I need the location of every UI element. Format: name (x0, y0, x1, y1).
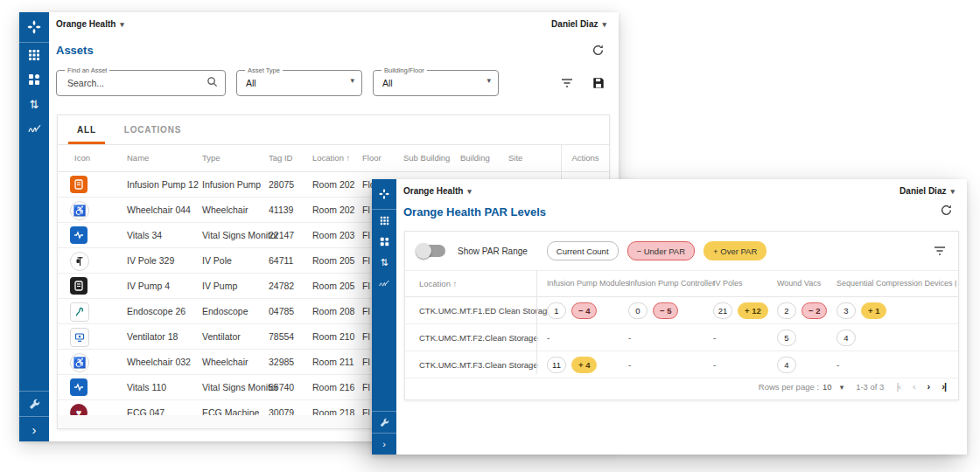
desktop: ⇅ › Orange Health▾ Daniel Diaz▾ Assets F… (0, 0, 980, 472)
col-infusion-pump-modules[interactable]: Infusion Pump Modules (547, 271, 629, 296)
par-row[interactable]: CTK.UMC.MT.F1.ED Clean Storage 1− 4 0− 5… (405, 297, 958, 324)
asset-categories-icon[interactable] (372, 231, 396, 252)
count-badge: 5 (777, 330, 796, 346)
search-icon[interactable] (206, 76, 218, 87)
par-location: CTK.UMC.MT.F2.Clean Storage (419, 324, 538, 351)
under-par-badge: − 4 (571, 302, 597, 319)
show-par-range-toggle[interactable] (417, 245, 445, 257)
rows-per-page[interactable]: Rows per page : 10 ▾ (759, 382, 844, 392)
next-page-icon[interactable]: › (928, 382, 930, 392)
expand-sidebar-icon[interactable]: › (372, 434, 396, 455)
par-controls: Show PAR Range Current Count − Under PAR… (405, 232, 958, 270)
col-scds[interactable]: Sequential Compression Devices (SCDs) (836, 271, 956, 296)
asset-type: Vital Signs Monitor (202, 375, 278, 399)
filter-icon[interactable] (934, 246, 946, 256)
col-building[interactable]: Building (460, 145, 490, 171)
col-location[interactable]: Location ↑ (419, 271, 457, 296)
swap-vertical-icon[interactable]: ⇅ (372, 252, 396, 273)
asset-floor: Fl (362, 350, 370, 374)
asset-tag: 22147 (269, 223, 294, 247)
asset-type: IV Pump (202, 274, 237, 298)
wrench-icon[interactable] (372, 412, 396, 433)
over-par-badge: + 4 (571, 357, 597, 373)
asset-location: Room 203 (312, 223, 354, 247)
col-tag-id[interactable]: Tag ID (269, 145, 292, 171)
save-icon[interactable] (592, 77, 605, 89)
col-sub-building[interactable]: Sub Building (403, 145, 450, 171)
over-par-badge: + 12 (738, 302, 768, 319)
chevron-down-icon: ▾ (120, 20, 124, 29)
count-badge: 0 (628, 302, 648, 319)
col-infusion-pump-controller[interactable]: Infusion Pump Controller (628, 271, 715, 296)
asset-tag: 64711 (269, 248, 293, 273)
asset-type: Ventilator (202, 324, 241, 349)
signature-icon[interactable] (19, 116, 49, 141)
nav-sidebar: ⇅ › (372, 179, 396, 455)
wheelchair-icon: ♿ (70, 201, 89, 220)
asset-floor: Fl (362, 299, 370, 323)
under-par-chip[interactable]: − Under PAR (627, 241, 696, 260)
current-count-chip[interactable]: Current Count (547, 241, 619, 260)
user-menu[interactable]: Daniel Diaz▾ (900, 186, 955, 196)
app-logo-icon[interactable] (19, 12, 49, 42)
search-input[interactable] (66, 72, 186, 94)
asset-type-select[interactable]: Asset Type All ▾ (236, 70, 362, 96)
asset-categories-icon[interactable] (19, 67, 49, 92)
asset-name: Infusion Pump 12 (127, 172, 199, 197)
asset-type: Wheelchair (202, 198, 248, 222)
wheelchair-icon: ♿ (70, 353, 89, 372)
under-par-badge: − 2 (802, 302, 827, 319)
org-selector[interactable]: Orange Health▾ (403, 186, 472, 196)
apps-grid-icon[interactable] (19, 43, 49, 67)
filter-icon[interactable] (561, 78, 573, 88)
expand-sidebar-icon[interactable]: › (19, 417, 49, 441)
asset-tag: 24782 (269, 274, 294, 298)
asset-tag: 04785 (269, 299, 294, 323)
chevron-down-icon: ▾ (950, 187, 955, 196)
nav-sidebar: ⇅ › (19, 12, 49, 441)
col-iv-poles[interactable]: IV Poles (713, 271, 743, 296)
app-logo-icon[interactable] (372, 179, 396, 209)
find-asset-field[interactable]: Find an Asset (56, 70, 226, 96)
wrench-icon[interactable] (19, 392, 49, 416)
asset-tag: 28075 (269, 172, 294, 197)
asset-floor: Fl (362, 223, 370, 247)
col-floor[interactable]: Floor (362, 145, 382, 171)
apps-grid-icon[interactable] (372, 210, 396, 231)
asset-tag: 32985 (269, 350, 294, 374)
asset-location: Room 211 (312, 350, 354, 374)
par-table-header: Location ↑ Infusion Pump Modules Infusio… (405, 270, 958, 297)
col-actions: Actions (561, 145, 609, 171)
ventilator-icon (70, 328, 89, 347)
signature-icon[interactable] (372, 273, 396, 294)
rows-per-page-value: 10 (822, 382, 832, 392)
refresh-icon[interactable] (592, 44, 605, 57)
col-type[interactable]: Type (202, 145, 220, 171)
over-par-badge: + 1 (861, 302, 886, 319)
col-wound-vacs[interactable]: Wound Vacs (777, 271, 821, 296)
col-name[interactable]: Name (127, 145, 149, 171)
over-par-chip[interactable]: + Over PAR (704, 241, 766, 260)
tab-all[interactable]: ALL (63, 115, 110, 144)
par-row[interactable]: CTK.UMC.MT.F2.Clean Storage - - - 5 4 (405, 324, 958, 351)
prev-page-icon[interactable]: ‹ (913, 382, 915, 392)
pagination: Rows per page : 10 ▾ 1-3 of 3 |‹ ‹ › ›| (405, 374, 958, 399)
last-page-icon[interactable]: ›| (942, 382, 946, 392)
swap-vertical-icon[interactable]: ⇅ (19, 92, 49, 116)
building-floor-select[interactable]: Building/Floor All ▾ (373, 70, 499, 96)
page-title: Assets (56, 44, 94, 57)
selected-value: All (246, 71, 256, 95)
col-site[interactable]: Site (508, 145, 522, 171)
col-location[interactable]: Location ↑ (312, 145, 350, 171)
first-page-icon[interactable]: |‹ (896, 382, 900, 392)
refresh-icon[interactable] (940, 204, 953, 217)
asset-location: Room 216 (312, 375, 354, 399)
asset-location: Room 205 (312, 248, 354, 273)
count-badge: 4 (836, 330, 856, 346)
org-selector[interactable]: Orange Health▾ (56, 19, 124, 29)
tab-locations[interactable]: LOCATIONS (110, 115, 195, 144)
user-menu[interactable]: Daniel Diaz▾ (551, 19, 606, 29)
chevron-down-icon: ▾ (840, 383, 844, 392)
asset-name: IV Pump 4 (127, 274, 170, 298)
empty-value: - (628, 324, 631, 351)
